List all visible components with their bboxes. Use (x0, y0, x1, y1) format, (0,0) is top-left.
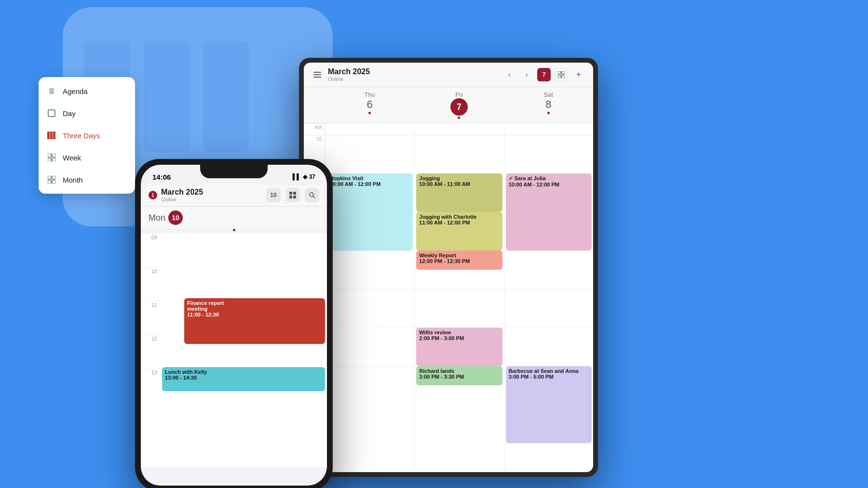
phone-day-header: Mon 10 (141, 207, 327, 229)
tablet-day-thu: Thu 6 (325, 87, 414, 123)
event-time: 12:00 PM - 12:30 PM (419, 258, 499, 264)
event-hopkins[interactable]: Hopkins Visit 10:00 AM - 12:00 PM (327, 173, 413, 251)
tablet-next-btn[interactable]: › (520, 68, 533, 81)
phone-view-button[interactable] (285, 188, 300, 202)
event-time: 2:00 PM - 3:00 PM (419, 335, 499, 341)
svg-rect-9 (48, 110, 55, 117)
tablet-col-thu: Hopkins Visit 10:00 AM - 12:00 PM (325, 123, 414, 472)
tablet-mockup: March 2025 Online ‹ › 7 + (299, 58, 598, 477)
phone-day-dot (233, 229, 235, 231)
phone-day-dot-container (141, 229, 327, 233)
hour-line (504, 135, 593, 135)
phone-screen: 14:06 ▌▌ ◈ 37 1 March 2025 Online 10 (141, 165, 327, 486)
event-barbecue[interactable]: Barbecue at Sean and Anna 3:00 PM - 5:00… (506, 366, 592, 443)
event-title: Weekly Report (419, 252, 499, 258)
event-title: Hopkins Visit (330, 175, 410, 181)
ts-am: AM (304, 123, 325, 135)
event-title: ✓ Sara at Julia (509, 175, 589, 182)
dropdown-item-week[interactable]: Week (39, 146, 135, 169)
phone-header-right[interactable]: 10 (266, 188, 319, 202)
dropdown-item-day[interactable]: Day (39, 102, 135, 124)
dropdown-item-agenda[interactable]: Agenda (39, 80, 135, 102)
event-time: 10:00 AM - 12:00 PM (330, 181, 410, 187)
tablet-add-btn[interactable]: + (572, 68, 585, 81)
svg-rect-14 (52, 154, 55, 157)
sat-name: Sat (506, 91, 591, 98)
svg-rect-11 (50, 132, 53, 139)
phone-time: 14:06 (152, 173, 171, 181)
wifi-icon: ◈ (303, 173, 307, 180)
svg-rect-0 (289, 192, 292, 195)
phone-time-13: 13 (141, 368, 160, 402)
thu-dot (368, 112, 371, 114)
svg-rect-1 (293, 192, 296, 195)
svg-rect-17 (48, 176, 51, 179)
day-label: Day (63, 109, 76, 118)
tablet-cal-grid: AM 10 11 12 1 2 3 Hopkins Visit (304, 123, 593, 472)
hour-line (415, 289, 503, 290)
tablet-header-left: March 2025 Online (312, 67, 370, 82)
phone-status-icons: ▌▌ ◈ 37 (293, 173, 315, 180)
tablet-prev-btn[interactable]: ‹ (502, 68, 516, 81)
hour-line (504, 251, 593, 251)
tablet-header-right[interactable]: ‹ › 7 + (502, 68, 585, 81)
phone-event-lunch[interactable]: Lunch with Kelly 13:00 - 14:30 (162, 367, 325, 391)
notification-badge: 1 (149, 191, 157, 199)
event-willis-review[interactable]: Willis review 2:00 PM - 3:00 PM (416, 328, 502, 366)
event-jogging[interactable]: Jogging 10:00 AM - 11:00 AM (416, 173, 502, 212)
view-dropdown-menu: Agenda Day Three Days Week (39, 77, 135, 194)
phone-date-button[interactable]: 10 (266, 188, 281, 202)
svg-rect-22 (562, 71, 565, 74)
sat-dot (547, 112, 550, 114)
sat-num: 8 (506, 98, 591, 111)
dropdown-item-three-days[interactable]: Three Days (39, 124, 135, 146)
svg-rect-23 (558, 75, 561, 78)
phone-search-button[interactable] (305, 188, 319, 202)
phone-app-header: 1 March 2025 Online 10 (141, 185, 327, 207)
tablet-view-btn[interactable] (555, 68, 568, 81)
dropdown-item-month[interactable]: Month (39, 169, 135, 191)
thu-num: 6 (327, 98, 412, 111)
event-weekly-report[interactable]: Weekly Report 12:00 PM - 12:30 PM (416, 251, 502, 270)
phone-app-subtitle: Online (161, 197, 203, 202)
phone-event-finance[interactable]: Finance report meeting 11:00 - 12:30 (184, 298, 325, 344)
day-icon (46, 108, 57, 119)
phone-mockup: 14:06 ▌▌ ◈ 37 1 March 2025 Online 10 (135, 159, 333, 488)
event-richard-lands[interactable]: Richard lands 3:00 PM - 3:30 PM (416, 366, 502, 385)
hour-line (326, 328, 414, 328)
hamburger-line (313, 77, 321, 78)
hamburger-line (313, 72, 321, 73)
tablet-screen: March 2025 Online ‹ › 7 + (304, 63, 593, 472)
event-title: Richard lands (419, 368, 499, 374)
battery-icon: 37 (309, 173, 315, 180)
fri-name: Fri (416, 91, 502, 98)
phone-event-area: Finance report meeting 11:00 - 12:30 Lun… (160, 233, 327, 467)
hour-line (326, 366, 414, 367)
svg-rect-18 (52, 176, 55, 179)
event-subtitle: meeting (187, 306, 322, 312)
svg-rect-15 (48, 158, 51, 161)
hour-line (415, 135, 503, 135)
event-title: Jogging with Charlotte (419, 214, 499, 220)
tablet-hamburger[interactable] (312, 70, 323, 79)
event-sara-julia[interactable]: ✓ Sara at Julia 10:00 AM - 12:00 PM (506, 173, 592, 251)
month-label: Month (63, 176, 83, 184)
event-title: Lunch with Kelly (165, 369, 322, 375)
tablet-today-badge[interactable]: 7 (537, 68, 551, 81)
svg-rect-19 (48, 180, 51, 184)
tablet-col-fri: Jogging 10:00 AM - 11:00 AM Jogging with… (414, 123, 503, 472)
event-title: Finance report (187, 300, 322, 306)
svg-rect-2 (289, 196, 292, 198)
phone-cal-body: 09 10 11 12 13 Finance report meeting 11… (141, 233, 327, 467)
month-icon (46, 174, 57, 185)
phone-time-col: 09 10 11 12 13 (141, 233, 160, 467)
hour-line (326, 251, 414, 251)
hour-line (504, 328, 593, 328)
event-time: 10:00 AM - 12:00 PM (509, 182, 589, 187)
tablet-app-subtitle: Online (328, 76, 370, 82)
fri-dot (458, 117, 460, 119)
event-jogging-charlotte[interactable]: Jogging with Charlotte 11:00 AM - 12:00 … (416, 212, 502, 251)
tablet-title-group: March 2025 Online (328, 67, 370, 82)
tablet-day-sat: Sat 8 (504, 87, 593, 123)
week-label: Week (63, 154, 81, 162)
